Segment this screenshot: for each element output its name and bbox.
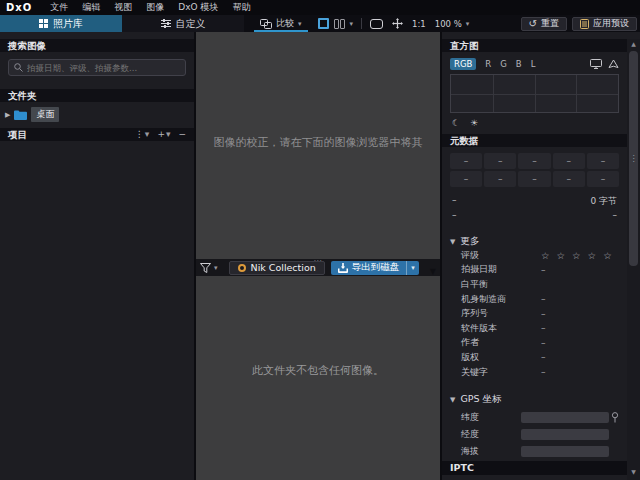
shadow-clipping-moon-icon[interactable]: ☾	[452, 118, 460, 128]
remove-project-button[interactable]: −	[178, 128, 186, 141]
keywords-label: 关键字	[461, 366, 488, 379]
zoom-tools: 1:1 100 % ▾	[370, 15, 469, 32]
filename-value: –	[452, 195, 457, 206]
tab-photo-library[interactable]: 照片库	[0, 15, 122, 32]
folders-header: 文件夹	[0, 89, 194, 102]
metadata-cell: –	[518, 171, 550, 187]
channel-r-button[interactable]: R	[485, 59, 491, 69]
folder-tree-item-desktop[interactable]: ▶ 桌面	[0, 107, 194, 122]
monitor-icon[interactable]	[590, 59, 602, 69]
tab-customize[interactable]: 自定义	[122, 15, 244, 32]
capture-date-label: 拍摄日期	[461, 263, 497, 276]
main-area: 搜索图像 文件夹 ▶ 桌面 项目 ⋮▾ +▾ −	[0, 32, 640, 480]
view-mode-group: ▾	[318, 15, 354, 32]
clipping-toggles: ☾ ☀	[452, 116, 627, 129]
menu-edit[interactable]: 编辑	[82, 1, 100, 14]
more-section-header[interactable]: ▼ 更多	[450, 235, 627, 248]
keywords-row: 关键字 –	[461, 365, 617, 380]
rating-row: 评级 ☆ ☆ ☆ ☆ ☆	[461, 248, 617, 263]
gps-section-header[interactable]: ▼ GPS 坐标	[450, 393, 627, 406]
projects-actions: ⋮▾ +▾ −	[135, 128, 194, 141]
compare-icon	[260, 19, 272, 29]
collapse-triangle-icon: ▼	[450, 396, 455, 404]
filter-button[interactable]: ▾	[200, 263, 218, 273]
export-icon	[338, 263, 348, 273]
add-project-button[interactable]: +▾	[157, 128, 170, 141]
filmstrip-collapse-icon[interactable]: ▼	[430, 267, 436, 276]
menu-image[interactable]: 图像	[146, 1, 164, 14]
nik-collection-icon	[238, 264, 246, 272]
sort-projects-button[interactable]: ⋮▾	[135, 128, 150, 141]
serial-number-value: –	[541, 309, 546, 319]
iptc-header[interactable]: IPTC	[442, 461, 627, 475]
menu-help[interactable]: 帮助	[232, 1, 250, 14]
gps-pin-icon[interactable]	[611, 412, 619, 423]
reset-button[interactable]: ↺ 重置	[521, 17, 567, 31]
altitude-label: 海拔	[461, 445, 479, 458]
search-box[interactable]	[8, 59, 186, 76]
export-to-disk-label: 导出到磁盘	[352, 261, 400, 274]
left-browser-panel: 搜索图像 文件夹 ▶ 桌面 项目 ⋮▾ +▾ −	[0, 32, 196, 480]
reset-label: 重置	[541, 17, 559, 30]
chevron-down-icon[interactable]: ▾	[298, 20, 302, 28]
scroll-up-icon[interactable]: ▲	[627, 39, 640, 49]
latitude-input[interactable]	[521, 412, 609, 423]
metadata-cell: –	[553, 171, 585, 187]
rating-stars[interactable]: ☆ ☆ ☆ ☆ ☆	[541, 250, 614, 261]
nik-collection-button[interactable]: Nik Collection	[229, 261, 325, 275]
copyright-label: 版权	[461, 351, 479, 364]
fit-screen-icon[interactable]	[370, 19, 383, 29]
channel-b-button[interactable]: B	[516, 59, 522, 69]
soft-proofing-icon[interactable]	[608, 59, 619, 69]
tab-toolbar: 照片库 自定义 比较 ▾ ▾	[0, 15, 640, 32]
author-label: 作者	[461, 336, 479, 349]
channel-g-button[interactable]: G	[500, 59, 507, 69]
search-icon	[14, 63, 23, 72]
metadata-grid: – – – – – – – – – –	[450, 153, 619, 187]
zoom-1to1-button[interactable]: 1:1	[412, 19, 426, 29]
scrollbar-thumb[interactable]: ⋮	[629, 51, 638, 266]
zoom-level-select[interactable]: 100 % ▾	[435, 19, 470, 29]
channel-l-button[interactable]: L	[531, 59, 536, 69]
software-version-value: –	[541, 323, 546, 333]
collapse-triangle-icon: ▼	[450, 238, 455, 246]
highlight-clipping-sun-icon[interactable]: ☀	[470, 118, 478, 128]
drag-handle-icon[interactable]: ⋯	[314, 256, 323, 265]
metadata-cell: –	[553, 153, 585, 169]
pan-move-icon[interactable]	[392, 18, 403, 29]
dxo-logo: DxO	[6, 2, 32, 13]
single-view-icon[interactable]	[318, 18, 329, 29]
chevron-down-icon[interactable]: ▾	[350, 20, 354, 28]
file-info-row: – –	[452, 210, 617, 221]
export-options-dropdown[interactable]: ▾	[406, 261, 419, 275]
filter-funnel-icon	[200, 263, 211, 273]
search-input[interactable]	[27, 63, 180, 73]
empty-folder-message: 此文件夹不包含任何图像。	[196, 363, 440, 378]
longitude-input[interactable]	[521, 429, 609, 440]
channel-rgb-button[interactable]: RGB	[450, 58, 476, 70]
menu-dxo-modules[interactable]: DxO 模块	[178, 1, 218, 14]
expand-triangle-icon[interactable]: ▶	[5, 111, 10, 119]
menu-file[interactable]: 文件	[50, 1, 68, 14]
file-info-right-value: –	[613, 210, 618, 221]
right-panel-scrollbar[interactable]: ▲ ⋮ ▼	[627, 39, 640, 480]
apply-preset-button[interactable]: 应用预设	[572, 17, 637, 31]
copyright-value: –	[541, 352, 546, 362]
folder-item-label: 桌面	[31, 107, 59, 122]
longitude-row: 经度	[461, 426, 621, 443]
image-viewer-area: 图像的校正，请在下面的图像浏览器中将其 ⋯ ▾ Nik Collection	[196, 32, 440, 480]
multi-view-icon[interactable]	[334, 19, 345, 29]
scroll-down-icon[interactable]: ▼	[627, 467, 640, 477]
folder-icon	[14, 110, 27, 120]
menu-view[interactable]: 视图	[114, 1, 132, 14]
white-balance-row: 白平衡	[461, 277, 617, 292]
metadata-cell: –	[450, 153, 482, 169]
latitude-label: 纬度	[461, 411, 479, 424]
altitude-row: 海拔	[461, 443, 621, 460]
compare-button[interactable]: 比较 ▾	[254, 15, 308, 32]
export-to-disk-button[interactable]: 导出到磁盘 ▾	[331, 261, 419, 275]
altitude-input[interactable]	[521, 446, 609, 457]
right-info-panel: 直方图 RGB R G B L	[440, 32, 640, 480]
nik-collection-label: Nik Collection	[251, 262, 316, 273]
chevron-down-icon: ▾	[214, 264, 218, 272]
